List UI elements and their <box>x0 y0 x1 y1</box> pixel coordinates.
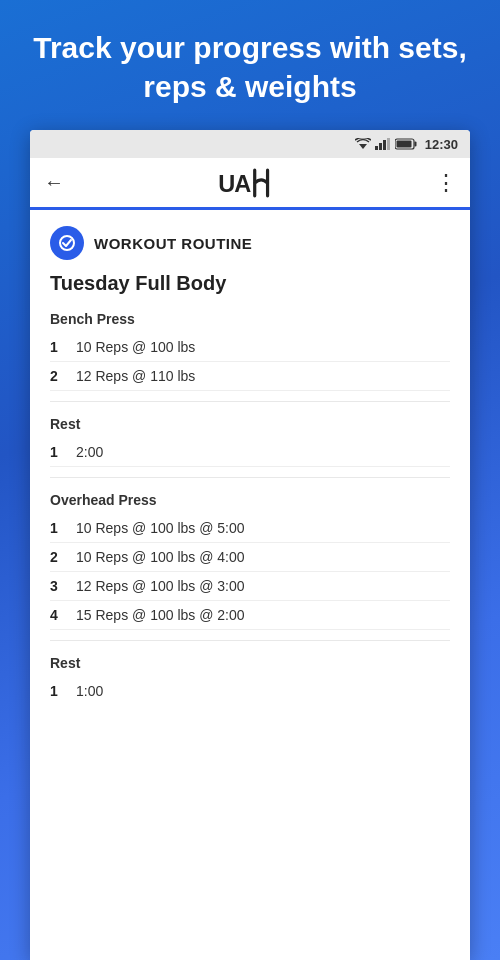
set-number: 2 <box>50 549 68 565</box>
set-detail: 15 Reps @ 100 lbs @ 2:00 <box>76 607 245 623</box>
set-row: 12:00 <box>50 438 450 467</box>
hero-section: Track your progress with sets, reps & we… <box>0 0 500 130</box>
svg-text:UA: UA <box>218 170 251 196</box>
content-area: WORKOUT ROUTINE Tuesday Full Body Bench … <box>30 210 470 960</box>
svg-rect-7 <box>396 141 411 148</box>
battery-icon <box>395 138 417 150</box>
hero-text: Track your progress with sets, reps & we… <box>0 0 500 130</box>
exercise-name: Rest <box>50 655 450 671</box>
divider <box>50 401 450 402</box>
set-row: 210 Reps @ 100 lbs @ 4:00 <box>50 543 450 572</box>
back-button[interactable]: ← <box>44 171 64 194</box>
set-number: 4 <box>50 607 68 623</box>
workout-title: Tuesday Full Body <box>50 272 450 295</box>
exercise-group: Bench Press110 Reps @ 100 lbs212 Reps @ … <box>50 311 450 402</box>
svg-rect-4 <box>387 138 390 150</box>
workout-icon <box>50 226 84 260</box>
set-row: 110 Reps @ 100 lbs @ 5:00 <box>50 514 450 543</box>
set-row: 212 Reps @ 110 lbs <box>50 362 450 391</box>
set-number: 1 <box>50 444 68 460</box>
set-detail: 2:00 <box>76 444 103 460</box>
svg-rect-2 <box>379 143 382 150</box>
exercise-group: Rest12:00 <box>50 416 450 478</box>
svg-rect-3 <box>383 140 386 150</box>
svg-rect-6 <box>414 142 416 147</box>
toolbar: ← UA ⋮ <box>30 158 470 210</box>
exercise-group: Rest11:00 <box>50 655 450 705</box>
set-detail: 10 Reps @ 100 lbs <box>76 339 195 355</box>
svg-rect-1 <box>375 146 378 150</box>
set-number: 2 <box>50 368 68 384</box>
status-icons: 12:30 <box>355 137 458 152</box>
status-time: 12:30 <box>425 137 458 152</box>
set-number: 1 <box>50 520 68 536</box>
exercise-name: Overhead Press <box>50 492 450 508</box>
ua-logo-svg: UA <box>214 168 300 198</box>
set-number: 1 <box>50 683 68 699</box>
set-row: 415 Reps @ 100 lbs @ 2:00 <box>50 601 450 630</box>
exercise-name: Bench Press <box>50 311 450 327</box>
set-detail: 12 Reps @ 110 lbs <box>76 368 195 384</box>
set-row: 110 Reps @ 100 lbs <box>50 333 450 362</box>
exercise-name: Rest <box>50 416 450 432</box>
phone-frame: 12:30 ← UA ⋮ WORKOUT ROU <box>30 130 470 960</box>
set-detail: 12 Reps @ 100 lbs @ 3:00 <box>76 578 245 594</box>
signal-icon <box>375 138 391 150</box>
exercise-list: Bench Press110 Reps @ 100 lbs212 Reps @ … <box>50 311 450 705</box>
divider <box>50 477 450 478</box>
section-title: WORKOUT ROUTINE <box>94 235 252 252</box>
exercise-group: Overhead Press110 Reps @ 100 lbs @ 5:002… <box>50 492 450 641</box>
set-row: 312 Reps @ 100 lbs @ 3:00 <box>50 572 450 601</box>
set-number: 3 <box>50 578 68 594</box>
ua-logo: UA <box>78 168 435 198</box>
set-detail: 1:00 <box>76 683 103 699</box>
wifi-icon <box>355 138 371 150</box>
svg-marker-0 <box>359 144 367 149</box>
set-number: 1 <box>50 339 68 355</box>
set-detail: 10 Reps @ 100 lbs @ 4:00 <box>76 549 245 565</box>
status-bar: 12:30 <box>30 130 470 158</box>
section-header: WORKOUT ROUTINE <box>50 226 450 260</box>
set-detail: 10 Reps @ 100 lbs @ 5:00 <box>76 520 245 536</box>
divider <box>50 640 450 641</box>
set-row: 11:00 <box>50 677 450 705</box>
more-options-button[interactable]: ⋮ <box>435 170 456 196</box>
